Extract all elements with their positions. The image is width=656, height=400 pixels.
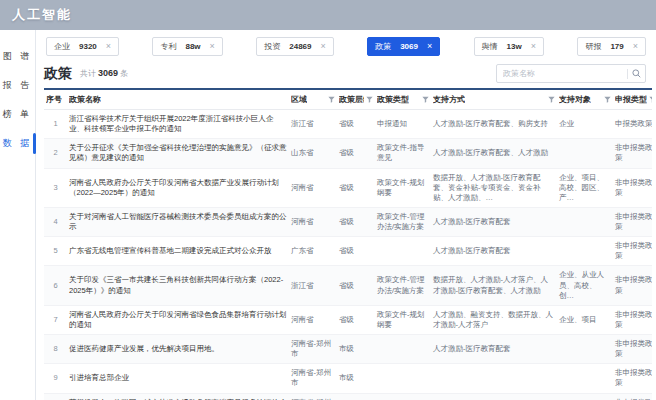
cell-level: 省级 <box>337 139 375 168</box>
close-icon[interactable]: × <box>106 42 111 51</box>
cell-name[interactable]: 关于对河南省人工智能医疗器械检测技术委员会委员组成方案的公示 <box>67 207 289 236</box>
cell-type <box>375 364 431 393</box>
sidebar-item-report[interactable]: 报 告 <box>0 71 35 100</box>
cell-target: 企业 <box>557 110 613 139</box>
filter-funnel-icon[interactable] <box>420 96 429 103</box>
cell-type: 政策文件-管理办法/实施方案 <box>375 266 431 305</box>
filter-chip-sentiment[interactable]: 舆情 13w × <box>474 37 544 56</box>
cell-name[interactable]: 河南省人民政府办公厅关于印发河南省大数据产业发展行动计划（2022—2025年）… <box>67 168 289 207</box>
search-box[interactable] <box>496 64 646 83</box>
cell-apply: 非申报类政策 <box>613 207 652 236</box>
cell-apply: 非申报类政策 <box>613 305 652 334</box>
close-icon[interactable]: × <box>531 42 536 51</box>
chip-count: 9320 <box>79 42 97 51</box>
col-method: 支持方式 <box>431 89 557 110</box>
table-row[interactable]: 9引进培育总部企业河南省-郑州市市级非申报类政策 <box>44 364 652 393</box>
close-icon[interactable]: × <box>320 42 325 51</box>
cell-target: 企业、项目、高校、园区、产… <box>557 168 613 207</box>
search-input[interactable] <box>503 69 625 78</box>
table-row[interactable]: 8促进医药健康产业发展，优先解决项目用地。河南省-郑州市市级人才激励-医疗教育配… <box>44 335 652 364</box>
filter-chip-policy[interactable]: 政策 3069 × <box>367 37 440 56</box>
chip-count: 13w <box>507 42 522 51</box>
col-apply: 申报类型 <box>613 89 652 110</box>
close-icon[interactable]: × <box>633 42 638 51</box>
filter-funnel-icon[interactable] <box>326 96 335 103</box>
main-content: 企业 9320 × 专利 88w × 投资 24869 × 政策 3069 <box>36 30 656 400</box>
close-icon[interactable]: × <box>427 42 432 51</box>
search-divider <box>627 69 628 79</box>
filter-chip-investment[interactable]: 投资 24869 × <box>256 37 334 56</box>
policy-table-container: 序号 政策名称 区域 政策层级 政策类型 支持方式 支持对象 申报类型 1浙江省… <box>44 88 652 400</box>
table-row[interactable]: 7河南省人民政府办公厅关于印发河南省绿色食品集群培育行动计划的通知河南省省级政策… <box>44 305 652 334</box>
cell-name[interactable]: 浙江省科学技术厅关于组织开展2022年度浙江省科技小巨人企业、科技领军企业申报工… <box>67 110 289 139</box>
cell-level: 省级 <box>337 305 375 334</box>
filter-chip-patent[interactable]: 专利 88w × <box>152 37 222 56</box>
chip-label: 专利 <box>160 41 176 52</box>
cell-name[interactable]: 关于印发《三省一市共建长三角科技创新共同体行动方案（2022-2025年）》的通… <box>67 266 289 305</box>
chip-count: 3069 <box>400 42 418 51</box>
cell-region: 河南省-郑州市 <box>289 335 337 364</box>
table-row[interactable]: 4关于对河南省人工智能医疗器械检测技术委员会委员组成方案的公示河南省省级政策文件… <box>44 207 652 236</box>
cell-name[interactable]: 引进培育总部企业 <box>67 364 289 393</box>
close-icon[interactable]: × <box>210 42 215 51</box>
count-prefix: 共计 <box>80 69 96 78</box>
cell-type: 申报通知 <box>375 110 431 139</box>
cell-apply: 非申报类政策 <box>613 393 652 400</box>
cell-type: 政策文件-管理办法/实施方案 <box>375 207 431 236</box>
sidebar-item-ranking[interactable]: 榜 单 <box>0 100 35 129</box>
col-region: 区域 <box>289 89 337 110</box>
col-target: 支持对象 <box>557 89 613 110</box>
col-name: 政策名称 <box>67 89 289 110</box>
cell-seq: 1 <box>44 110 67 139</box>
cell-method: 人才激励-医疗教育配套、人才激励 <box>431 139 557 168</box>
sidebar-item-graph[interactable]: 图 谱 <box>0 42 35 71</box>
search-icon[interactable] <box>632 69 641 78</box>
chip-label: 政策 <box>375 41 391 52</box>
filter-chip-company[interactable]: 企业 9320 × <box>46 37 119 56</box>
filter-funnel-icon[interactable] <box>647 96 652 103</box>
table-row[interactable]: 3河南省人民政府办公厅关于印发河南省大数据产业发展行动计划（2022—2025年… <box>44 168 652 207</box>
cell-seq: 9 <box>44 364 67 393</box>
chip-label: 投资 <box>264 41 280 52</box>
cell-name[interactable]: 关于公开征求《关于加强全省科技伦理治理的实施意见》（征求意见稿）意见建议的通知 <box>67 139 289 168</box>
cell-name[interactable]: 获得机器人、物联网、城市轨道交通装备等高端产品服务认证的企业奖励 <box>67 393 289 400</box>
filter-funnel-icon[interactable] <box>546 96 555 103</box>
cell-region: 河南省 <box>289 305 337 334</box>
cell-name[interactable]: 促进医药健康产业发展，优先解决项目用地。 <box>67 335 289 364</box>
cell-region: 河南省-郑州市 <box>289 393 337 400</box>
cell-apply: 非申报类政策 <box>613 237 652 266</box>
cell-apply: 非申报类政策 <box>613 168 652 207</box>
cell-target <box>557 139 613 168</box>
col-seq: 序号 <box>44 89 67 110</box>
sidebar-item-data[interactable]: 数 据 <box>0 129 35 158</box>
table-row[interactable]: 6关于印发《三省一市共建长三角科技创新共同体行动方案（2022-2025年）》的… <box>44 266 652 305</box>
cell-target <box>557 364 613 393</box>
cell-seq: 8 <box>44 335 67 364</box>
table-row[interactable]: 1浙江省科学技术厅关于组织开展2022年度浙江省科技小巨人企业、科技领军企业申报… <box>44 110 652 139</box>
cell-seq: 10 <box>44 393 67 400</box>
filter-funnel-icon[interactable] <box>602 96 611 103</box>
table-row[interactable]: 2关于公开征求《关于加强全省科技伦理治理的实施意见》（征求意见稿）意见建议的通知… <box>44 139 652 168</box>
result-count: 共计3069条 <box>80 68 128 79</box>
filter-funnel-icon[interactable] <box>364 96 373 103</box>
cell-name[interactable]: 河南省人民政府办公厅关于印发河南省绿色食品集群培育行动计划的通知 <box>67 305 289 334</box>
chip-count: 24869 <box>289 42 311 51</box>
cell-target <box>557 335 613 364</box>
cell-method: 人才激励-医疗教育配套 <box>431 207 557 236</box>
cell-method: 数据开放、人才激励-人才落户、人才激励-医疗教育配套、人才激励 <box>431 266 557 305</box>
table-row[interactable]: 10获得机器人、物联网、城市轨道交通装备等高端产品服务认证的企业奖励河南省-郑州… <box>44 393 652 400</box>
cell-target <box>557 207 613 236</box>
cell-apply: 非申报类政策 <box>613 266 652 305</box>
cell-level: 省级 <box>337 207 375 236</box>
cell-seq: 2 <box>44 139 67 168</box>
sidebar: 图 谱 报 告 榜 单 数 据 <box>0 30 36 400</box>
col-type: 政策类型 <box>375 89 431 110</box>
cell-target: 企业、从业人员、高校、创… <box>557 266 613 305</box>
cell-name[interactable]: 广东省无线电管理宣传科普基地二期建设完成正式对公众开放 <box>67 237 289 266</box>
cell-level: 市级 <box>337 335 375 364</box>
cell-seq: 3 <box>44 168 67 207</box>
table-row[interactable]: 5广东省无线电管理宣传科普基地二期建设完成正式对公众开放广东省省级人才激励-医疗… <box>44 237 652 266</box>
chip-label: 舆情 <box>482 41 498 52</box>
cell-target <box>557 237 613 266</box>
filter-chip-research[interactable]: 研报 179 × <box>577 37 646 56</box>
